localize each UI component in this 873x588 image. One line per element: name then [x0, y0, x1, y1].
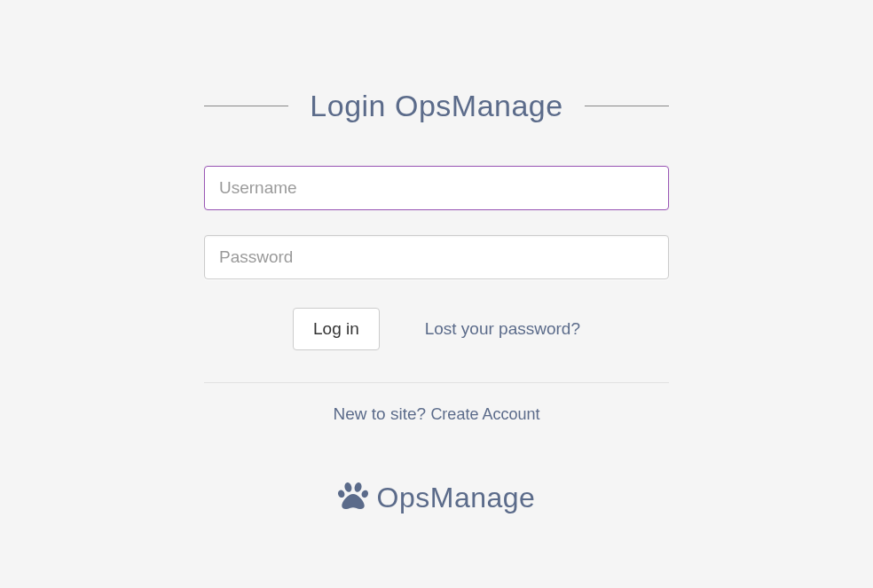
- title-row: Login OpsManage: [204, 89, 669, 123]
- action-row: Log in Lost your password?: [204, 308, 669, 350]
- brand-row: OpsManage: [204, 481, 669, 514]
- title-divider-left: [204, 106, 288, 106]
- password-input[interactable]: [204, 235, 669, 279]
- paw-icon: [338, 481, 368, 514]
- signup-prompt: New to site?: [334, 404, 431, 423]
- username-input[interactable]: [204, 166, 669, 210]
- signup-row: New to site? Create Account: [204, 404, 669, 424]
- login-form: Login OpsManage Log in Lost your passwor…: [204, 89, 669, 514]
- page-title: Login OpsManage: [288, 89, 584, 123]
- lost-password-link[interactable]: Lost your password?: [425, 319, 580, 339]
- divider: [204, 382, 669, 383]
- title-divider-right: [585, 106, 669, 106]
- login-button[interactable]: Log in: [293, 308, 380, 350]
- brand-name: OpsManage: [377, 482, 536, 514]
- create-account-link[interactable]: Create Account: [430, 405, 539, 423]
